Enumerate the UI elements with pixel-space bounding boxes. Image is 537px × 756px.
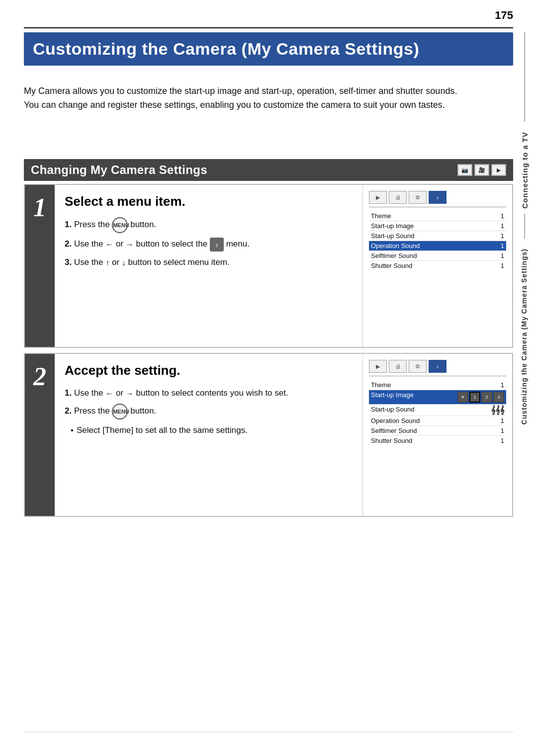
menu-label-operation-sound: Operation Sound bbox=[371, 243, 420, 249]
step-1-instruction-2: 2. Use the ← or → button to select the m… bbox=[65, 237, 353, 252]
menu-value-startup-image: 1 bbox=[501, 223, 504, 229]
menu2-label-theme: Theme bbox=[371, 382, 391, 388]
menu2-value-shutter-sound: 1 bbox=[501, 437, 504, 444]
menu2-value-theme: 1 bbox=[501, 382, 504, 388]
step-2-title: Accept the setting. bbox=[65, 363, 353, 378]
menu2-row-startup-sound: Start-up Sound 𝄞𝄞𝄞 bbox=[369, 405, 506, 416]
menu-row-operation-sound: Operation Sound 1 bbox=[369, 241, 506, 251]
tab2-settings: ⚙ bbox=[409, 360, 427, 373]
menu2-label-selftimer-sound: Selftimer Sound bbox=[371, 427, 417, 434]
video-mode-icon: 🎥 bbox=[474, 164, 489, 176]
section-title: Changing My Camera Settings bbox=[31, 163, 207, 177]
menu2-label-startup-sound: Start-up Sound bbox=[371, 406, 414, 414]
bottom-divider bbox=[24, 732, 513, 732]
menu-label-shutter-sound: Shutter Sound bbox=[371, 262, 412, 269]
menu-label-theme: Theme bbox=[371, 213, 391, 219]
menu-row-shutter-sound: Shutter Sound 1 bbox=[369, 261, 506, 270]
tab-mycamera: ♪ bbox=[429, 191, 447, 204]
right-sidebar: Connecting to a TV Customizing the Camer… bbox=[512, 32, 537, 480]
menu2-label-startup-image: Start-up Image bbox=[371, 392, 414, 403]
tab2-mycamera: ♪ bbox=[429, 360, 447, 373]
menu2-row-shutter-sound: Shutter Sound 1 bbox=[369, 436, 506, 445]
page-title-box: Customizing the Camera (My Camera Settin… bbox=[24, 32, 513, 66]
step-1-instruction-3: 3. Use the ↑ or ↓ button to select menu … bbox=[65, 255, 353, 269]
menu2-label-shutter-sound: Shutter Sound bbox=[371, 437, 412, 444]
menu-value-shutter-sound: 1 bbox=[501, 262, 504, 269]
si-icon-3: 3 bbox=[493, 392, 504, 403]
tab-settings: ⚙ bbox=[409, 191, 427, 204]
sidebar-top-line bbox=[524, 32, 525, 122]
menu2-row-operation-sound: Operation Sound 1 bbox=[369, 416, 506, 426]
top-divider bbox=[24, 27, 513, 28]
menu-value-theme: 1 bbox=[501, 213, 504, 219]
step-2-section: 2 Accept the setting. 1. Use the ← or → … bbox=[24, 353, 513, 517]
sidebar-text-customizing: Customizing the Camera (My Camera Settin… bbox=[520, 249, 530, 424]
menu-label-startup-sound: Start-up Sound bbox=[371, 233, 414, 239]
page-number: 175 bbox=[495, 9, 513, 22]
menu2-value-selftimer-sound: 1 bbox=[501, 427, 504, 434]
step-1-content: Select a menu item. 1. Press the MENU bu… bbox=[55, 185, 363, 347]
menu2-value-operation-sound: 1 bbox=[501, 418, 504, 424]
step-2-bullet: • Select [Theme] to set all to the same … bbox=[71, 423, 353, 437]
photo-mode-icon: 📷 bbox=[457, 164, 472, 176]
menu-button-icon: MENU bbox=[112, 217, 128, 233]
step-2-screen-tabs: ▶ 🖨 ⚙ ♪ bbox=[369, 360, 506, 376]
menu-button-icon-2: MENU bbox=[112, 404, 128, 420]
step-2-instruction-1: 1. Use the ← or → button to select conte… bbox=[65, 386, 353, 400]
step-2-body: 1. Use the ← or → button to select conte… bbox=[65, 386, 353, 437]
tab-print: 🖨 bbox=[389, 191, 407, 204]
step-2-number: 2 bbox=[25, 354, 55, 516]
menu-row-theme: Theme 1 bbox=[369, 211, 506, 221]
menu-value-operation-sound: 1 bbox=[501, 243, 504, 249]
menu-row-selftimer-sound: Selftimer Sound 1 bbox=[369, 251, 506, 261]
startup-image-icons: ✕ 1 2 3 bbox=[457, 392, 504, 403]
menu-row-startup-sound: Start-up Sound 1 bbox=[369, 231, 506, 241]
intro-paragraph: My Camera allows you to customize the st… bbox=[24, 84, 457, 112]
camera-mode-icons: 📷 🎥 ▶ bbox=[457, 164, 506, 176]
menu-label-startup-image: Start-up Image bbox=[371, 223, 414, 229]
menu2-row-selftimer-sound: Selftimer Sound 1 bbox=[369, 426, 506, 436]
menu-label-selftimer-sound: Selftimer Sound bbox=[371, 252, 417, 259]
step-2-menu-items: Theme 1 Start-up Image ✕ 1 2 3 Start-up … bbox=[369, 380, 506, 445]
tab-play: ▶ bbox=[369, 191, 387, 204]
step-2-content: Accept the setting. 1. Use the ← or → bu… bbox=[55, 354, 363, 516]
step-1-title: Select a menu item. bbox=[65, 194, 353, 209]
step-1-menu-items: Theme 1 Start-up Image 1 Start-up Sound … bbox=[369, 211, 506, 270]
menu-value-startup-sound: 1 bbox=[501, 233, 504, 239]
step-1-instruction-1: 1. Press the MENU button. bbox=[65, 217, 353, 233]
play-mode-icon: ▶ bbox=[491, 164, 506, 176]
tab2-print: 🖨 bbox=[389, 360, 407, 373]
tab2-play: ▶ bbox=[369, 360, 387, 373]
si-icon-x: ✕ bbox=[457, 392, 468, 403]
sidebar-text-connecting: Connecting to a TV bbox=[521, 132, 529, 209]
step-1-number: 1 bbox=[25, 185, 55, 347]
step-1-section: 1 Select a menu item. 1. Press the MENU … bbox=[24, 184, 513, 348]
page-title: Customizing the Camera (My Camera Settin… bbox=[33, 39, 504, 59]
section-header: Changing My Camera Settings 📷 🎥 ▶ bbox=[24, 159, 513, 181]
menu-value-selftimer-sound: 1 bbox=[501, 252, 504, 259]
menu2-row-theme: Theme 1 bbox=[369, 380, 506, 390]
step-1-body: 1. Press the MENU button. 2. Use the ← o… bbox=[65, 217, 353, 269]
menu2-label-operation-sound: Operation Sound bbox=[371, 418, 420, 424]
startup-sound-icons: 𝄞𝄞𝄞 bbox=[491, 406, 504, 414]
step-2-screen: ▶ 🖨 ⚙ ♪ Theme 1 Start-up Image ✕ 1 2 3 S… bbox=[363, 354, 512, 516]
step-1-screen-tabs: ▶ 🖨 ⚙ ♪ bbox=[369, 191, 506, 207]
step-1-screen: ▶ 🖨 ⚙ ♪ Theme 1 Start-up Image 1 Start-u… bbox=[363, 185, 512, 347]
si-icon-2: 2 bbox=[481, 392, 492, 403]
menu-row-startup-image: Start-up Image 1 bbox=[369, 221, 506, 231]
section-header-bar: Changing My Camera Settings 📷 🎥 ▶ bbox=[24, 159, 513, 181]
sidebar-mid-line bbox=[524, 214, 525, 239]
my-camera-menu-icon bbox=[210, 238, 224, 252]
step-2-instruction-2: 2. Press the MENU button. bbox=[65, 404, 353, 420]
si-icon-1: 1 bbox=[469, 392, 480, 403]
menu2-row-startup-image: Start-up Image ✕ 1 2 3 bbox=[369, 390, 506, 405]
